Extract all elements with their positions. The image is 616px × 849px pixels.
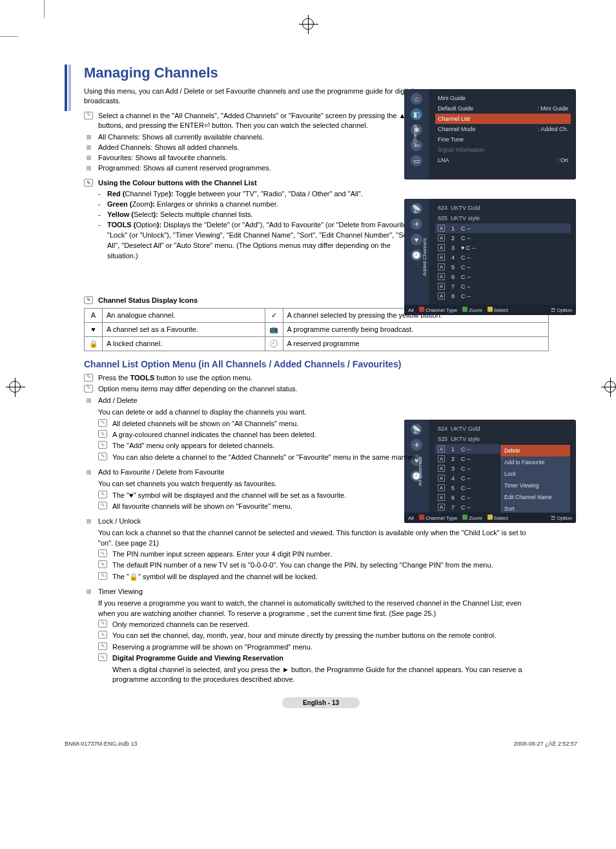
status-icon-cell: 🕘 xyxy=(265,336,283,351)
title: Lock / Unlock xyxy=(98,517,141,525)
osd-sidebar-label: Added Channels xyxy=(422,238,427,276)
osd-channel-row[interactable]: A5C -- xyxy=(435,262,571,272)
list-all-channels: All Channels: Shows all currently availa… xyxy=(84,132,422,143)
option-menu-heading: Channel List Option Menu (in All Channel… xyxy=(84,359,577,369)
dpg-text: When a digital channel is selected, and … xyxy=(98,665,539,685)
osd-footer-option[interactable]: Option xyxy=(557,515,572,521)
timestamp: 2008-08-27 ¿ÀÈ 2:52:57 xyxy=(513,741,577,747)
osd-default-guide-value: : Mini Guide xyxy=(537,105,568,112)
home-icon: ⌂ xyxy=(411,93,422,105)
osd-channel-list[interactable]: Channel List xyxy=(438,116,470,122)
intro-text: Using this menu, you can Add / Delete or… xyxy=(84,87,422,106)
status-desc-cell: A programme currently being broadcast. xyxy=(283,322,548,336)
osd-channel-row[interactable]: A4C -- xyxy=(435,252,571,262)
crop-mark-icon xyxy=(0,36,18,37)
osd-all-channels: All Channels 📡 ✈ ♥ 🕘 824 UKTV Gold825 UK… xyxy=(404,420,576,523)
note-icon: ✎ xyxy=(98,572,107,580)
card-icon: ▭ xyxy=(411,155,422,167)
status-icon-cell: ✓ xyxy=(265,308,283,322)
osd-channel-mode-value: : Added Ch. xyxy=(538,126,568,132)
option-intro-2: ✎ Option menu items may differ depending… xyxy=(84,384,422,394)
list-favourites: Favourites: Shows all favourite channels… xyxy=(84,153,422,163)
status-icons-heading-text: Channel Status Display Icons xyxy=(98,296,198,304)
type: Option xyxy=(136,221,156,229)
osd-channel-row[interactable]: A7C -- xyxy=(435,281,571,291)
satellite-icon: ✈ xyxy=(411,218,422,230)
title-bar-icon xyxy=(65,65,71,111)
note-icon: ✎ xyxy=(84,112,93,119)
page-title: Managing Channels xyxy=(84,65,577,81)
osd-footer-zoom[interactable]: Zoom xyxy=(469,307,482,313)
status-desc-cell: A locked channel. xyxy=(103,336,265,351)
text: You can delete or add a channel to displ… xyxy=(98,407,422,417)
osd-lna[interactable]: LNA xyxy=(438,157,449,163)
osd-menu-item[interactable]: Timer Viewing xyxy=(500,480,570,491)
text: You can lock a channel so that the chann… xyxy=(98,528,539,548)
crop-mark-icon xyxy=(44,0,45,18)
osd-footer-option[interactable]: Option xyxy=(557,307,572,313)
title: Add to Favourite / Delete from Favourite xyxy=(98,468,225,476)
osd-footer-select[interactable]: Select xyxy=(494,307,508,313)
note-icon: ✎ xyxy=(98,419,107,427)
type: Zoom xyxy=(132,200,150,208)
osd-footer-all[interactable]: All xyxy=(408,307,414,313)
registration-mark-right-icon xyxy=(604,381,616,393)
osd-menu-item[interactable]: Add to Favourite xyxy=(500,456,570,468)
status-desc-cell: A channel set as a Favourite. xyxy=(103,322,265,336)
text: You can also delete a channel to the "Ad… xyxy=(112,453,417,461)
note-icon: ✎ xyxy=(84,385,93,393)
page-title-text: Managing Channels xyxy=(84,65,218,81)
osd-channel-mode[interactable]: Channel Mode xyxy=(438,126,476,132)
status-icon-cell: 📺 xyxy=(265,322,283,336)
text: Selects multiple channel lists. xyxy=(160,210,253,218)
osd-menu-item[interactable]: Delete xyxy=(500,445,570,456)
label: TOOLS ( xyxy=(107,221,136,229)
text: The "♥" symbol will be displayed and the… xyxy=(112,491,346,499)
note-icon: ✎ xyxy=(98,642,107,650)
osd-channel-row[interactable]: A1C -- xyxy=(435,223,571,233)
text: Option menu items may differ depending o… xyxy=(98,385,298,393)
note-icon: ✎ xyxy=(98,430,107,438)
colour-red-note: Red (Channel Type): ): Toggle between yo… xyxy=(98,189,422,199)
option-intro-1: ✎ Press the TOOLS button to use the opti… xyxy=(84,373,422,383)
green-dot-icon xyxy=(462,307,467,312)
text: The "🔒" symbol will be displayed and the… xyxy=(112,573,318,580)
colour-green-note: Green (Zoom): Enlarges or shrinks a chan… xyxy=(98,199,422,210)
colour-tools-note: TOOLS (Option): ): Displays the "Delete"… xyxy=(98,220,422,261)
registration-mark-top-icon xyxy=(302,18,314,30)
title: Add / Delete xyxy=(98,396,138,404)
osd-footer-channel-type[interactable]: Channel Type xyxy=(426,307,457,313)
label: Red ( xyxy=(107,190,125,198)
osd-menu-item[interactable]: Lock xyxy=(500,468,570,480)
text: A gray-coloured channel indicates the ch… xyxy=(112,431,316,438)
note-icon: ✎ xyxy=(98,620,107,628)
text: Press the TOOLS button to use the option… xyxy=(98,374,252,382)
status-icon-cell: 🔒 xyxy=(85,336,103,351)
osd-menu-item[interactable]: Edit Channel Name xyxy=(500,491,570,503)
text: Toggle between your "TV", "Radio", "Data… xyxy=(175,190,363,198)
dpg-title: Digital Programme Guide and Viewing Rese… xyxy=(112,654,283,662)
osd-channel-row[interactable]: A6C -- xyxy=(435,272,571,281)
osd-default-guide[interactable]: Default Guide xyxy=(438,105,473,112)
picture-icon: ◧ xyxy=(411,108,422,120)
osd-fine-tune[interactable]: Fine Tune xyxy=(438,136,464,143)
yellow-dot-icon xyxy=(488,307,493,312)
opt-lock: Lock / Unlock You can lock a channel so … xyxy=(84,517,539,582)
osd-channel-row[interactable]: A3♥ C -- xyxy=(435,243,571,252)
note-icon: ✎ xyxy=(98,441,107,449)
osd-channel-menu: Channel ⌂ ◧ ✱ ⇐ ▭ Mini Guide Default Gui… xyxy=(404,89,576,179)
antenna-icon: 📡 xyxy=(411,203,422,214)
label: Green ( xyxy=(107,200,132,208)
status-icon-cell: ♥ xyxy=(85,322,103,336)
clock-icon: 🕘 xyxy=(411,249,422,261)
heart-icon: ♥ xyxy=(411,234,422,245)
note-icon: ✎ xyxy=(98,453,107,460)
text: Only memorized channels can be reserved. xyxy=(112,620,249,628)
opt-add-delete: Add / Delete You can delete or add a cha… xyxy=(84,396,422,462)
status-icons-heading: ✎ Channel Status Display Icons xyxy=(84,296,577,304)
osd-mini-guide[interactable]: Mini Guide xyxy=(438,95,466,101)
text: The PIN number input screen appears. Ent… xyxy=(112,550,332,558)
text: You can set the channel, day, month, yea… xyxy=(112,631,496,639)
osd-channel-row[interactable]: A2C -- xyxy=(435,233,571,243)
opt-favourite: Add to Favourite / Delete from Favourite… xyxy=(84,467,422,511)
